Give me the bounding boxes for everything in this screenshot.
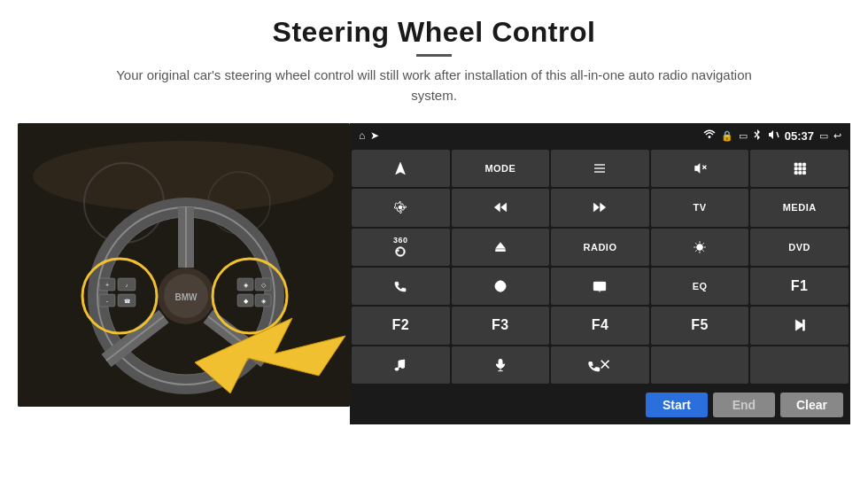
svg-text:☎: ☎ — [124, 299, 131, 304]
mode-button[interactable]: MODE — [452, 150, 550, 187]
steering-wheel-svg: BMW + - ♪ — [18, 123, 350, 407]
tv-button[interactable]: TV — [651, 189, 749, 226]
svg-text:♪: ♪ — [126, 283, 128, 288]
svg-text:+: + — [105, 282, 109, 288]
empty-btn-2[interactable] — [750, 346, 849, 384]
svg-rect-49 — [802, 167, 805, 170]
svg-line-68 — [702, 243, 703, 244]
f4-button[interactable]: F4 — [551, 307, 649, 344]
sd-icon: ▭ — [739, 130, 748, 142]
svg-marker-59 — [496, 242, 506, 248]
lock-icon: 🔒 — [721, 130, 733, 142]
svg-rect-60 — [496, 249, 506, 251]
title-section: Steering Wheel Control Your original car… — [115, 16, 753, 118]
svg-marker-56 — [601, 204, 606, 212]
control-panel: ⌂ ➤ 🔒 ▭ 05:37 ▭ — [350, 123, 850, 424]
svg-rect-45 — [798, 163, 801, 166]
home-icon[interactable]: ⌂ — [359, 129, 365, 142]
steering-wheel-image: BMW + - ♪ — [18, 123, 350, 407]
mic-button[interactable] — [452, 346, 550, 384]
f3-button[interactable]: F3 — [452, 307, 550, 344]
button-grid: MODE TV — [350, 148, 850, 385]
nav-button[interactable] — [352, 150, 450, 187]
svg-line-66 — [695, 243, 696, 244]
svg-text:BMW: BMW — [175, 292, 198, 302]
svg-rect-47 — [794, 167, 797, 170]
svg-marker-55 — [501, 204, 507, 212]
next-button[interactable] — [551, 189, 649, 226]
status-bar: ⌂ ➤ 🔒 ▭ 05:37 ▭ — [350, 123, 850, 148]
media-button[interactable]: MEDIA — [750, 189, 849, 226]
apps-button[interactable] — [750, 150, 849, 187]
page-container: Steering Wheel Control Your original car… — [0, 0, 868, 482]
title-divider — [416, 54, 452, 57]
f5-button[interactable]: F5 — [651, 307, 749, 344]
call-icon-button[interactable] — [551, 346, 649, 384]
radio-button[interactable]: RADIO — [551, 229, 649, 266]
svg-rect-48 — [798, 167, 801, 170]
dvd-button[interactable]: DVD — [750, 229, 849, 266]
svg-rect-50 — [794, 171, 797, 174]
screen-button[interactable] — [551, 268, 649, 305]
start-button[interactable]: Start — [646, 393, 708, 417]
action-bar: Start End Clear — [350, 385, 850, 424]
bluetooth-icon — [753, 128, 762, 143]
eq-button[interactable]: EQ — [651, 268, 749, 305]
wifi-icon — [703, 129, 716, 142]
svg-rect-77 — [802, 320, 804, 330]
svg-rect-73 — [594, 282, 606, 290]
empty-btn-1[interactable] — [651, 346, 749, 384]
svg-marker-38 — [396, 162, 406, 174]
volume-icon — [767, 129, 779, 142]
f2-button[interactable]: F2 — [352, 307, 450, 344]
back-icon[interactable]: ↩ — [833, 130, 841, 142]
browser-button[interactable] — [452, 268, 550, 305]
svg-point-53 — [399, 206, 402, 209]
svg-line-69 — [695, 250, 696, 251]
f1-button[interactable]: F1 — [750, 268, 849, 305]
mute-button[interactable] — [651, 150, 749, 187]
status-left: ⌂ ➤ — [359, 129, 379, 142]
phone-button[interactable] — [352, 268, 450, 305]
music-button[interactable] — [352, 346, 450, 384]
svg-marker-54 — [494, 204, 500, 212]
svg-marker-57 — [594, 204, 600, 212]
svg-line-36 — [755, 135, 757, 137]
list-button[interactable] — [551, 150, 649, 187]
svg-rect-44 — [794, 163, 797, 166]
clear-button[interactable]: Clear — [780, 393, 843, 417]
svg-rect-46 — [802, 163, 805, 166]
svg-rect-52 — [802, 171, 805, 174]
svg-rect-51 — [798, 171, 801, 174]
cam360-button[interactable]: 360 — [352, 229, 450, 266]
end-button[interactable]: End — [713, 393, 775, 417]
svg-point-58 — [398, 249, 399, 251]
prev-button[interactable] — [452, 189, 550, 226]
page-title: Steering Wheel Control — [115, 16, 753, 49]
svg-line-67 — [702, 250, 703, 251]
clock: 05:37 — [785, 129, 814, 143]
navigate-icon[interactable]: ➤ — [370, 129, 379, 142]
subtitle: Your original car's steering wheel contr… — [115, 66, 753, 105]
screen-icon: ▭ — [819, 130, 828, 142]
status-right: 🔒 ▭ 05:37 ▭ ↩ — [703, 128, 841, 143]
svg-point-61 — [697, 244, 703, 250]
playpause-button[interactable] — [750, 307, 849, 344]
settings-button[interactable] — [352, 189, 450, 226]
svg-line-37 — [777, 132, 779, 137]
eject-button[interactable] — [452, 229, 550, 266]
brightness-button[interactable] — [651, 229, 749, 266]
content-area: BMW + - ♪ — [18, 123, 850, 424]
